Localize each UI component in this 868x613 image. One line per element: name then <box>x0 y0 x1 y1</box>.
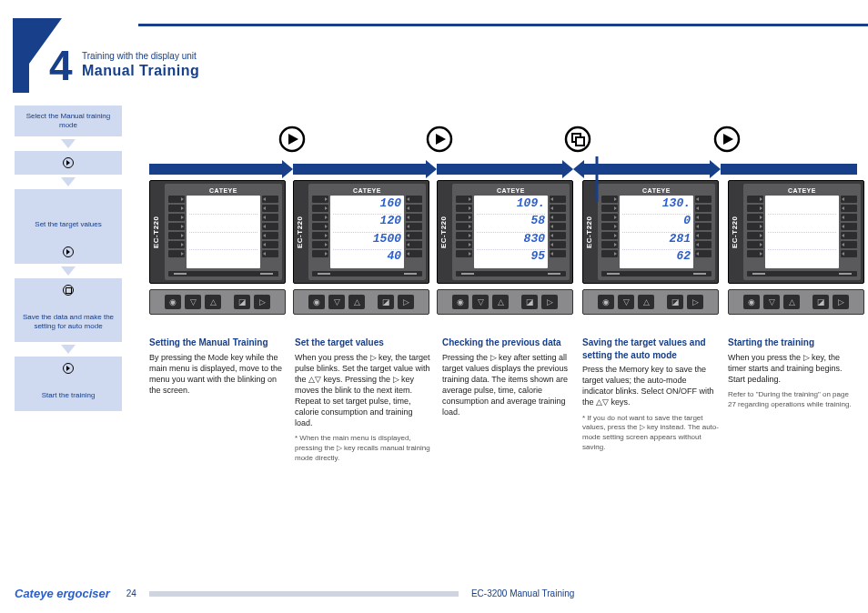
device-button-panel: ◉▽△◪▷ <box>293 289 429 315</box>
step-caption: Saving the target values and setting the… <box>582 337 719 453</box>
step-caption: Checking the previous dataPressing the ▷… <box>442 337 579 417</box>
panel-button[interactable]: ▽ <box>328 295 345 309</box>
device-model-label: EC-T220 <box>731 186 742 277</box>
caption-note: * If you do not want to save the target … <box>582 414 719 453</box>
flow-arrow-strip <box>149 160 868 178</box>
device-lcd <box>765 196 839 268</box>
sidebar-step: Save the data and make the setting for a… <box>15 302 122 342</box>
panel-button[interactable]: ▽ <box>185 295 201 309</box>
step-caption: Starting the trainingWhen you press the … <box>728 337 855 410</box>
page-number: 24 <box>126 588 136 598</box>
device-model-label: EC-T220 <box>296 186 307 277</box>
panel-button[interactable]: ▷ <box>398 295 414 309</box>
brand-logo: Cateye ergociser <box>15 587 110 600</box>
play-icon <box>63 157 74 168</box>
panel-button[interactable]: △ <box>348 295 365 309</box>
device-unit: EC-T220CATEYE109.5883095◉▽△◪▷ <box>437 180 573 315</box>
device-row: EC-T220CATEYE ◉▽△◪▷EC-T220CATEYE16012015… <box>149 180 868 315</box>
flow-icon-row <box>0 126 868 155</box>
caption-body: Pressing the ▷ key after setting all tar… <box>442 352 579 418</box>
footer-text: EC-3200 Manual Training <box>471 588 574 598</box>
panel-button[interactable]: △ <box>638 295 654 309</box>
page-footer: Cateye ergociser 24 EC-3200 Manual Train… <box>15 587 853 600</box>
device-lcd: 109.5883095 <box>474 196 548 268</box>
panel-button[interactable]: ◉ <box>165 295 181 309</box>
panel-button[interactable]: ◪ <box>521 295 538 309</box>
play-icon <box>426 126 453 153</box>
caption-title: Checking the previous data <box>442 337 579 349</box>
device-button-panel: ◉▽△◪▷ <box>437 289 573 315</box>
panel-button[interactable]: ◉ <box>743 295 760 309</box>
panel-button[interactable]: ▽ <box>618 295 634 309</box>
branch-arrow-icon <box>579 156 615 338</box>
chapter-number-graphic: 4 <box>7 18 73 93</box>
svg-rect-5 <box>576 137 584 146</box>
sidebar-step-label: Start the training <box>42 391 96 400</box>
panel-button[interactable]: △ <box>492 295 509 309</box>
sidebar-step: Set the target values <box>15 209 122 240</box>
device-unit: EC-T220CATEYE160120150040◉▽△◪▷ <box>293 180 429 315</box>
device-lcd <box>187 196 260 268</box>
panel-button[interactable]: ◪ <box>812 295 829 309</box>
caption-body: Press the Memory key to save the target … <box>582 364 719 408</box>
caption-title: Setting the Manual Training <box>149 337 286 349</box>
panel-button[interactable]: ◪ <box>667 295 683 309</box>
device-brand: CATEYE <box>601 187 712 194</box>
panel-button[interactable]: ◪ <box>234 295 250 309</box>
play-icon <box>63 363 74 374</box>
caption-title: Saving the target values and setting the… <box>582 337 719 361</box>
panel-button[interactable]: ▽ <box>472 295 489 309</box>
device-lcd: 130.028162 <box>620 196 693 268</box>
caption-title: Starting the training <box>728 337 855 349</box>
device-unit: EC-T220CATEYE ◉▽△◪▷ <box>728 180 864 315</box>
sidebar-spacer <box>15 189 122 209</box>
sidebar-step: Start the training <box>15 380 122 411</box>
panel-button[interactable]: ◉ <box>452 295 469 309</box>
device-lcd: 160120150040 <box>330 196 404 268</box>
device-button-panel: ◉▽△◪▷ <box>149 289 286 315</box>
sidebar-step-icon <box>15 240 122 264</box>
memo-icon <box>564 126 591 153</box>
panel-button[interactable]: ◪ <box>378 295 394 309</box>
panel-button[interactable]: ▽ <box>763 295 780 309</box>
sidebar-step-label: Save the data and make the setting for a… <box>18 313 118 331</box>
panel-button[interactable]: ▷ <box>833 295 849 309</box>
panel-button[interactable]: △ <box>783 295 800 309</box>
header-rule <box>138 24 868 26</box>
header-title: Manual Training <box>82 62 199 81</box>
caption-title: Set the target values <box>295 337 431 349</box>
device-brand: CATEYE <box>312 187 422 194</box>
svg-text:4: 4 <box>49 42 73 89</box>
panel-button[interactable]: ▷ <box>254 295 270 309</box>
device-brand: CATEYE <box>747 187 857 194</box>
caption-note: * When the main menu is displayed, press… <box>295 434 431 463</box>
device-model-label: EC-T220 <box>439 186 450 277</box>
device-brand: CATEYE <box>456 187 566 194</box>
caption-body: When you press the ▷ key, the timer star… <box>728 352 855 385</box>
device-unit: EC-T220CATEYE ◉▽△◪▷ <box>149 180 286 315</box>
device-brand: CATEYE <box>168 187 278 194</box>
play-icon <box>278 126 306 153</box>
play-icon <box>713 126 741 153</box>
caption-body: By pressing the Mode key while the main … <box>149 352 286 397</box>
down-arrow-icon <box>61 177 76 186</box>
panel-button[interactable]: ▷ <box>687 295 703 309</box>
down-arrow-icon <box>61 345 76 354</box>
sidebar-step-icon <box>15 357 122 380</box>
panel-button[interactable]: △ <box>205 295 221 309</box>
step-caption: Setting the Manual TrainingBy pressing t… <box>149 337 286 396</box>
down-arrow-icon <box>61 266 76 276</box>
sidebar-step-label: Set the target values <box>35 220 101 229</box>
caption-body: When you press the ▷ key, the target pul… <box>295 352 431 429</box>
caption-note: Refer to "During the training" on page 2… <box>728 390 855 410</box>
step-caption: Set the target valuesWhen you press the … <box>295 337 431 464</box>
panel-button[interactable]: ▷ <box>541 295 558 309</box>
panel-button[interactable]: ◉ <box>308 295 325 309</box>
memo-icon <box>63 285 74 296</box>
page-header: Training with the display unit Manual Tr… <box>82 50 199 81</box>
footer-bar <box>149 591 459 597</box>
device-model-label: EC-T220 <box>152 186 163 277</box>
play-icon <box>63 246 74 257</box>
sidebar-step-icon <box>15 278 122 302</box>
header-suptitle: Training with the display unit <box>82 50 199 62</box>
